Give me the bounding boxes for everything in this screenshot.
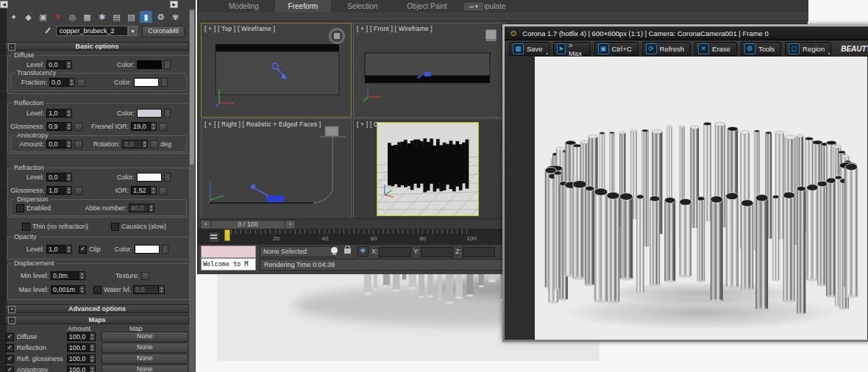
viewport-right-label[interactable]: [ + ] [ Right ] [ Realistic + Edged Face… (204, 121, 321, 128)
spinner-arrows-icon[interactable] (89, 343, 96, 352)
map-enable-checkbox[interactable] (6, 366, 14, 372)
refraction-color-swatch[interactable] (137, 173, 162, 182)
ior-map-button[interactable] (159, 187, 167, 195)
map-slot-button[interactable]: None (102, 332, 188, 342)
spinner-arrows-icon[interactable] (89, 354, 96, 363)
ior-value[interactable]: 1,52 (131, 186, 150, 195)
viewport-camera-label[interactable]: [ + ] [ Co (357, 121, 382, 128)
viewcube-icon[interactable] (485, 29, 497, 40)
map-amount-value[interactable]: 100,0 (67, 332, 89, 341)
water-level-checkbox[interactable] (93, 286, 102, 294)
refresh-button[interactable]: ⟳Refresh (642, 42, 691, 56)
sample-ball-alt-icon[interactable]: ✾ (169, 11, 182, 23)
selection-lock-icon[interactable] (344, 248, 351, 254)
tab-selection[interactable]: Selection (334, 0, 391, 12)
spinner-arrows-icon[interactable] (141, 140, 148, 149)
map-enable-checkbox[interactable] (6, 344, 14, 352)
water-level-value[interactable]: 0,5 (133, 285, 158, 294)
maxscript-listener-text[interactable]: Welcome to M (201, 258, 256, 271)
material-name-field[interactable]: copper_brubeck_2 (56, 26, 128, 36)
render-pass-label[interactable]: BEAUTY (841, 45, 868, 53)
color-stub-button[interactable] (164, 60, 171, 69)
reflection-gloss-value[interactable]: 0,9 (46, 122, 65, 131)
map-slot-button[interactable]: None (102, 365, 188, 372)
caustics-checkbox[interactable] (111, 223, 119, 231)
color-stub-button[interactable] (164, 173, 171, 182)
put-material-icon[interactable]: ◆ (22, 11, 35, 23)
maxscript-listener[interactable] (201, 246, 256, 258)
z-field[interactable] (463, 247, 495, 257)
refraction-level-value[interactable]: 0,0 (46, 173, 65, 182)
show-in-viewport-icon[interactable]: ▮ (140, 11, 152, 23)
save-button[interactable]: ▦Save (509, 42, 549, 56)
corona-vfb-window[interactable]: ☺ Corona 1.7 (hotfix 4) | 600×600px (1:1… (502, 24, 868, 342)
eyedropper-icon[interactable] (44, 26, 51, 35)
spinner-arrows-icon[interactable] (65, 186, 72, 195)
rotation-map-button[interactable] (150, 140, 158, 149)
spinner-arrows-icon[interactable] (150, 122, 157, 131)
diffuse-color-swatch[interactable] (137, 60, 162, 69)
spinner-arrows-icon[interactable] (89, 365, 96, 372)
spinner-arrows-icon[interactable] (68, 78, 75, 87)
mini-curve-editor-icon[interactable] (208, 232, 220, 243)
collapse-icon[interactable]: - (8, 43, 15, 51)
fraction-value[interactable]: 0,0 (49, 78, 68, 87)
spinner-arrows-icon[interactable] (65, 245, 72, 254)
spinner-arrows-icon[interactable] (65, 140, 72, 149)
color-stub-button[interactable] (162, 245, 168, 254)
map-enable-checkbox[interactable] (6, 355, 14, 363)
color-stub-button[interactable] (164, 109, 171, 118)
refraction-gloss-value[interactable]: 1,0 (46, 186, 65, 195)
clip-checkbox[interactable] (79, 246, 87, 254)
y-field[interactable] (421, 247, 453, 257)
aniso-map-button[interactable] (74, 140, 82, 149)
expand-icon[interactable]: + (8, 306, 15, 313)
send-to-max-button[interactable]: ➤> Max (553, 42, 591, 56)
fresnel-value[interactable]: 19,0 (131, 122, 150, 131)
sample-ball-icon[interactable]: ❂ (154, 11, 167, 23)
assign-material-icon[interactable]: ▣ (37, 11, 49, 23)
vfb-titlebar[interactable]: ☺ Corona 1.7 (hotfix 4) | 600×600px (1:1… (505, 26, 868, 40)
get-material-icon[interactable]: ✦ (7, 11, 20, 23)
viewport-top[interactable]: [ + ] [ Top ] [ Wireframe ] (201, 23, 352, 118)
material-editor-scrollbar[interactable] (189, 9, 195, 372)
spinner-arrows-icon[interactable] (79, 285, 85, 294)
texture-map-button[interactable] (141, 272, 149, 280)
abbe-value[interactable]: 40,0 (129, 204, 148, 212)
spinner-arrows-icon[interactable] (150, 186, 157, 195)
max-level-value[interactable]: 0,001m (51, 285, 79, 294)
reflection-color-swatch[interactable] (137, 109, 162, 118)
map-enable-checkbox[interactable] (6, 333, 14, 341)
viewport-front[interactable]: [ + ] [ Front ] [ Wireframe ] (353, 23, 506, 118)
track-bar-ruler[interactable]: 020406080100 (226, 229, 472, 244)
time-slider-handle[interactable] (224, 229, 230, 241)
tab-object-paint[interactable]: Object Paint (394, 0, 460, 12)
x-field[interactable] (379, 247, 411, 257)
rollout-advanced-options[interactable]: + Advanced options (5, 304, 189, 313)
thin-checkbox[interactable] (22, 223, 30, 231)
tab-modeling[interactable]: Modeling (216, 0, 272, 12)
region-button[interactable]: ◻Region (785, 42, 831, 56)
erase-button[interactable]: ✕Erase (694, 42, 737, 56)
refr-gloss-map-button[interactable] (74, 187, 82, 195)
copy-button[interactable]: ▣Ctrl+C (594, 42, 638, 56)
viewport-right[interactable]: [ + ] [ Right ] [ Realistic + Edged Face… (201, 118, 352, 219)
spinner-arrows-icon[interactable] (65, 173, 72, 182)
rollout-basic-options[interactable]: - Basic options (5, 42, 189, 51)
spinner-arrows-icon[interactable] (65, 122, 72, 131)
spinner-arrows-icon[interactable] (65, 109, 72, 118)
spinner-arrows-icon[interactable] (158, 285, 165, 294)
viewport-top-label[interactable]: [ + ] [ Top ] [ Wireframe ] (204, 25, 275, 32)
translucency-color-swatch[interactable] (134, 78, 159, 87)
min-level-value[interactable]: 0,0m (51, 271, 79, 280)
color-stub-button[interactable] (161, 78, 168, 87)
opacity-color-swatch[interactable] (135, 245, 160, 254)
map-slot-button[interactable]: None (102, 343, 188, 353)
prev-slot-button[interactable]: ◀ (0, 1, 8, 8)
rotation-value[interactable]: 0,0 (122, 140, 141, 149)
material-type-button[interactable]: CoronaMtl (142, 26, 185, 37)
map-slot-button[interactable]: None (102, 354, 188, 364)
map-amount-value[interactable]: 100,0 (67, 343, 89, 352)
transform-gizmo-icon[interactable]: ✛ (357, 246, 369, 257)
gloss-map-button[interactable] (74, 123, 82, 131)
